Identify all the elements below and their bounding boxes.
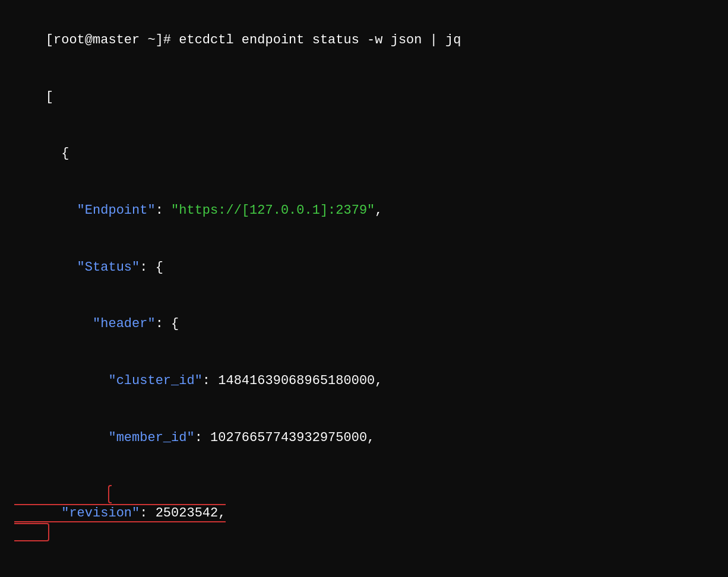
outer-bracket-open: [ — [14, 69, 714, 126]
terminal-window: [root@master ~]# etcdctl endpoint status… — [14, 12, 714, 577]
raft-term-line: "raft_term": 3 — [14, 561, 714, 577]
status-line: "Status": { — [14, 239, 714, 296]
endpoint-line: "Endpoint": "https://[127.0.0.1]:2379", — [14, 182, 714, 239]
revision-line: "revision": 25023542, — [14, 466, 714, 560]
command-line: [root@master ~]# etcdctl endpoint status… — [14, 12, 714, 69]
cluster-id-line: "cluster_id": 14841639068965180000, — [14, 353, 714, 410]
prompt-text: [root@master ~]# etcdctl endpoint status… — [46, 33, 461, 47]
member-id-line: "member_id": 10276657743932975000, — [14, 410, 714, 467]
outer-brace-open: { — [14, 125, 714, 182]
header-line: "header": { — [14, 296, 714, 353]
